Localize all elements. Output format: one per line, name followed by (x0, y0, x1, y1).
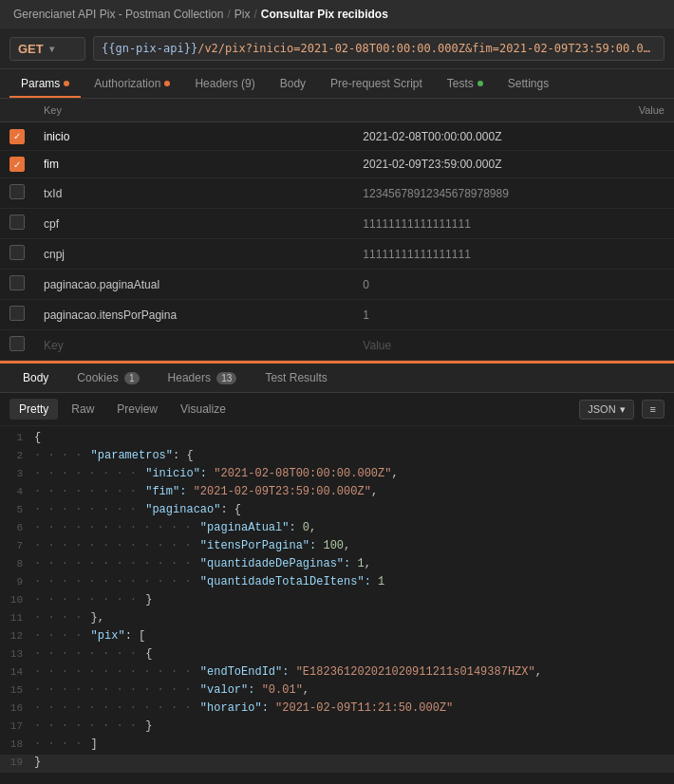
line-dots: · · · · · · · · · · · · (34, 701, 198, 715)
line-content: { (34, 431, 674, 444)
line-number: 14 (0, 665, 34, 678)
chevron-down-icon: ▾ (620, 403, 626, 416)
tab-pre-request[interactable]: Pre-request Script (319, 69, 434, 98)
param-checkbox-3[interactable] (9, 215, 25, 230)
param-key-2: txId (44, 187, 62, 200)
tab-params[interactable]: Params (9, 69, 81, 98)
param-value-4: 11111111111111111 (363, 248, 470, 261)
code-line: 16· · · · · · · · · · · · "horario": "20… (0, 700, 674, 719)
line-content: } (34, 756, 674, 769)
param-checkbox-2[interactable] (9, 184, 25, 199)
param-checkbox-1[interactable] (9, 157, 25, 172)
line-content: · · · · · · · · } (34, 719, 674, 733)
code-line: 1{ (0, 430, 674, 448)
line-content: · · · · · · · · "fim": "2021-02-09T23:59… (34, 485, 674, 498)
line-content: · · · · · · · · "inicio": "2021-02-08T00… (34, 467, 674, 480)
param-checkbox-6[interactable] (9, 306, 25, 321)
line-dots: · · · · · · · · · · · · (34, 575, 198, 588)
line-number: 15 (0, 683, 34, 696)
tab-body[interactable]: Body (269, 69, 317, 98)
code-line: 5· · · · · · · · "paginacao": { (0, 502, 674, 520)
line-content: · · · · · · · · } (34, 593, 674, 607)
line-number: 7 (0, 539, 34, 551)
params-table: Key Value inicio 2021-02-08T00:00:00.000… (0, 99, 674, 361)
line-dots: · · · · · · · · (34, 485, 143, 498)
line-number: 18 (0, 737, 34, 750)
line-number: 2 (0, 449, 34, 461)
line-number: 6 (0, 521, 34, 533)
table-row: cpf 11111111111111111 (0, 209, 674, 239)
fmt-pretty[interactable]: Pretty (9, 399, 58, 420)
line-content: · · · · · · · · · · · · "endToEndId": "E… (34, 665, 674, 679)
method-label: GET (18, 42, 44, 56)
json-select[interactable]: JSON ▾ (579, 400, 633, 420)
col-value: Value (353, 99, 674, 122)
line-number: 19 (0, 756, 34, 768)
code-line: 9· · · · · · · · · · · · "quantidadeTota… (0, 574, 674, 592)
code-line: 19} (0, 755, 674, 773)
table-row: inicio 2021-02-08T00:00:00.000Z (0, 122, 674, 151)
table-row-placeholder: Key Value (0, 330, 674, 361)
breadcrumb-sep1: / (227, 8, 230, 21)
line-number: 8 (0, 557, 34, 569)
url-prefix: {{gn-pix-api}} (102, 42, 197, 55)
line-dots: · · · · · · · · (34, 467, 143, 480)
code-line: 12· · · · "pix": [ (0, 628, 674, 646)
line-number: 9 (0, 575, 34, 588)
auth-dot (164, 81, 170, 86)
line-dots: · · · · · · · · · · · · (34, 539, 198, 552)
line-dots: · · · · · · · · · · · · (34, 557, 198, 570)
tab-authorization[interactable]: Authorization (83, 69, 181, 98)
url-input[interactable]: {{gn-pix-api}}/v2/pix?inicio=2021-02-08T… (93, 36, 665, 61)
breadcrumb-section: Pix (234, 8, 251, 21)
param-value-0: 2021-02-08T00:00:00.000Z (363, 130, 501, 143)
method-select[interactable]: GET ▾ (9, 37, 85, 61)
col-key: Key (34, 99, 353, 122)
line-content: · · · · }, (34, 611, 674, 625)
line-dots: · · · · · · · · (34, 647, 143, 661)
code-line: 17· · · · · · · · } (0, 719, 674, 737)
line-content: · · · · "pix": [ (34, 629, 674, 643)
line-number: 13 (0, 647, 34, 660)
response-tab-headers[interactable]: Headers 13 (155, 364, 251, 392)
code-line: 15· · · · · · · · · · · · "valor": "0.01… (0, 682, 674, 700)
breadcrumb-collection: Gerencianet API Pix - Postman Collection (13, 8, 223, 21)
line-number: 1 (0, 431, 34, 443)
url-path: /v2/pix?inicio=2021-02-08T00:00:00.000Z&… (197, 42, 664, 55)
tab-tests[interactable]: Tests (436, 69, 495, 98)
table-row: fim 2021-02-09T23:59:00.000Z (0, 150, 674, 178)
tab-settings[interactable]: Settings (496, 69, 560, 98)
line-number: 3 (0, 467, 34, 479)
response-tab-test-results[interactable]: Test Results (252, 364, 340, 392)
table-row: paginacao.itensPorPagina 1 (0, 300, 674, 330)
response-tab-cookies[interactable]: Cookies 1 (64, 364, 152, 392)
code-line: 6· · · · · · · · · · · · "paginaAtual": … (0, 520, 674, 538)
code-line: 8· · · · · · · · · · · · "quantidadeDePa… (0, 556, 674, 574)
param-value-5: 0 (363, 278, 369, 291)
line-number: 11 (0, 611, 34, 624)
request-tabs: Params Authorization Headers (9) Body Pr… (0, 69, 674, 99)
fmt-visualize[interactable]: Visualize (171, 399, 235, 420)
fmt-preview[interactable]: Preview (107, 399, 167, 420)
line-dots: · · · · · · · · (34, 503, 143, 516)
response-tab-body[interactable]: Body (9, 364, 62, 392)
tab-headers[interactable]: Headers (9) (183, 69, 266, 98)
param-checkbox-0[interactable] (9, 129, 25, 144)
line-dots: · · · · (34, 449, 89, 462)
param-checkbox-5[interactable] (9, 275, 25, 290)
line-content: · · · · · · · · · · · · "itensPorPagina"… (34, 539, 674, 552)
param-checkbox-4[interactable] (9, 245, 25, 260)
line-content: · · · · · · · · · · · · "paginaAtual": 0… (34, 521, 674, 534)
param-checkbox-placeholder[interactable] (9, 336, 25, 351)
params-dot (64, 81, 69, 86)
fmt-raw[interactable]: Raw (62, 399, 103, 420)
wrap-button[interactable]: ≡ (642, 400, 665, 419)
tests-dot (477, 81, 483, 86)
breadcrumb-sep2: / (253, 8, 256, 21)
line-dots: · · · · (34, 737, 89, 751)
line-content: · · · · · · · · · · · · "quantidadeDePag… (34, 557, 674, 570)
param-value-1: 2021-02-09T23:59:00.000Z (363, 158, 501, 171)
code-line: 14· · · · · · · · · · · · "endToEndId": … (0, 664, 674, 682)
line-content: · · · · ] (34, 737, 674, 751)
param-key-3: cpf (44, 217, 59, 231)
